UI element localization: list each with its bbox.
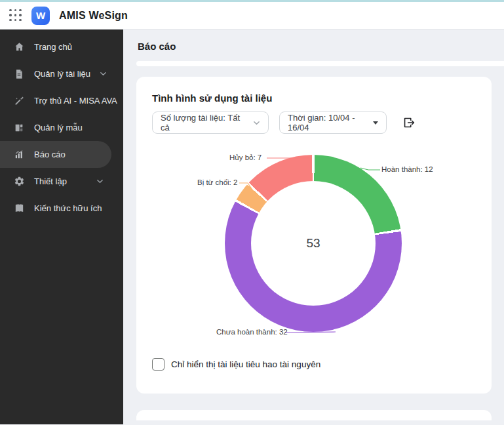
app-title: AMIS WeSign [59, 10, 128, 22]
document-count-dropdown-label: Số lượng tài liệu: Tất cả [161, 113, 246, 132]
donut-ring[interactable]: 53 [225, 155, 402, 332]
sidebar-item-label: Trợ thủ AI - MISA AVA [34, 96, 117, 106]
time-range-dropdown-label: Thời gian: 10/04 - 16/04 [288, 113, 366, 132]
gear-icon [13, 176, 25, 188]
sidebar-item-label: Trang chủ [34, 42, 104, 52]
slice-label-hoan-thanh: Hoàn thành: 12 [381, 165, 433, 173]
card-title: Tình hình sử dụng tài liệu [152, 92, 476, 104]
usage-report-card: Tình hình sử dụng tài liệu Số lượng tài … [136, 77, 492, 394]
sidebar-item-label: Báo cáo [34, 150, 104, 159]
resource-filter-row: Chỉ hiển thị tài liệu tiêu hao tài nguyê… [152, 358, 476, 371]
export-icon [402, 115, 416, 130]
document-icon [13, 68, 25, 80]
topbar: W AMIS WeSign [0, 2, 504, 30]
chevron-down-icon [100, 70, 107, 77]
book-icon [13, 203, 25, 214]
resource-filter-checkbox[interactable] [152, 358, 165, 371]
caret-down-icon [373, 121, 378, 125]
chevron-down-icon [96, 178, 104, 185]
wesign-logo: W [31, 7, 50, 25]
sidebar-item-label: Kiến thức hữu ích [34, 203, 104, 213]
donut-hole: 53 [251, 181, 376, 306]
donut-total-value: 53 [306, 236, 320, 251]
time-range-dropdown[interactable]: Thời gian: 10/04 - 16/04 [279, 111, 387, 134]
app-launcher-icon[interactable] [9, 9, 22, 22]
sidebar-item-3[interactable]: Quản lý mẫu [0, 114, 111, 141]
chart-icon [13, 149, 25, 161]
filter-row: Số lượng tài liệu: Tất cả Thời gian: 10/… [152, 111, 476, 134]
sidebar-item-6[interactable]: Kiến thức hữu ích [0, 195, 111, 222]
slice-label-bi-tu-choi: Bị từ chối: 2 [197, 178, 237, 186]
sidebar: Trang chủQuản lý tài liệuTrợ thủ AI - MI… [0, 30, 123, 424]
donut-chart: 53 Hoàn thành: 12 Chưa hoàn thành: 32 Bị… [152, 139, 476, 349]
main-content: Báo cáo Tình hình sử dụng tài liệu Số lư… [123, 30, 504, 424]
sidebar-item-label: Quản lý mẫu [34, 123, 104, 132]
sidebar-item-label: Thiết lập [34, 176, 87, 186]
document-count-dropdown[interactable]: Số lượng tài liệu: Tất cả [152, 111, 269, 134]
chevron-down-icon [253, 119, 260, 127]
sidebar-item-2[interactable]: Trợ thủ AI - MISA AVA [0, 87, 111, 114]
magic-wand-icon [13, 95, 25, 107]
slice-label-chua-hoan-thanh: Chưa hoàn thành: 32 [216, 328, 288, 336]
sidebar-item-label: Quản lý tài liệu [34, 69, 90, 79]
sidebar-item-4[interactable]: Báo cáo [0, 141, 111, 168]
page-header: Báo cáo [123, 30, 504, 61]
resource-filter-label: Chỉ hiển thị tài liệu tiêu hao tài nguyê… [171, 359, 320, 369]
export-button[interactable] [400, 113, 418, 132]
home-icon [13, 41, 25, 53]
next-card-top-edge [136, 410, 492, 420]
scrolled-card-edge [136, 61, 504, 66]
slice-label-huy-bo: Hủy bỏ: 7 [229, 153, 262, 161]
page-title: Báo cáo [138, 41, 504, 52]
sidebar-item-5[interactable]: Thiết lập [0, 168, 111, 195]
sidebar-item-1[interactable]: Quản lý tài liệu [0, 60, 111, 87]
sidebar-item-0[interactable]: Trang chủ [0, 33, 111, 60]
template-icon [13, 122, 25, 134]
